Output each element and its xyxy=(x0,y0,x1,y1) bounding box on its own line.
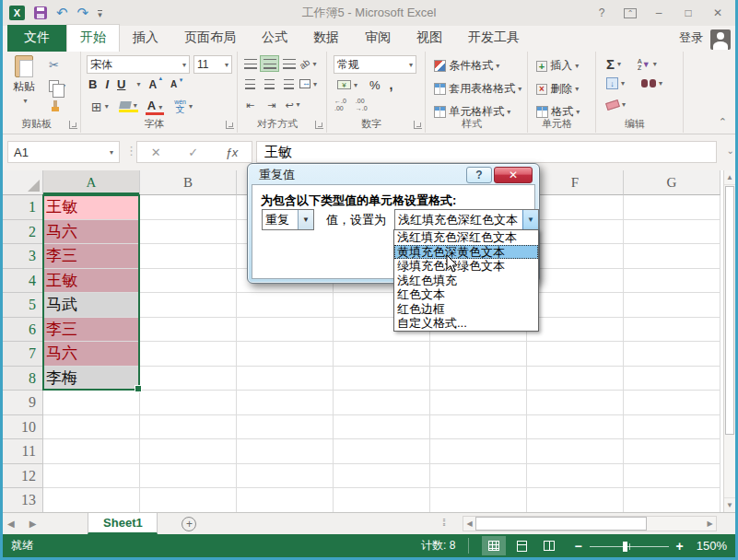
save-icon[interactable] xyxy=(34,6,47,19)
phonetic-button[interactable]: wén文 xyxy=(171,98,195,115)
fill-color-button[interactable] xyxy=(119,101,138,112)
grow-font-button[interactable]: A xyxy=(148,78,162,91)
cell-B7[interactable] xyxy=(140,342,237,367)
cell-G7[interactable] xyxy=(624,342,720,367)
alignment-dialog-launcher-icon[interactable] xyxy=(315,121,323,129)
scroll-up-icon[interactable]: ▲ xyxy=(724,170,735,185)
cell-E13[interactable] xyxy=(430,488,527,512)
tab-视图[interactable]: 视图 xyxy=(404,25,455,52)
cell-G13[interactable] xyxy=(624,488,720,512)
cell-B9[interactable] xyxy=(140,391,237,415)
dropdown-option[interactable]: 浅红填充色深红色文本 xyxy=(394,230,538,245)
cell-F7[interactable] xyxy=(527,342,624,367)
cell-C5[interactable] xyxy=(237,293,334,318)
wrap-text-button[interactable] xyxy=(284,97,301,111)
accounting-format-button[interactable]: ¥ xyxy=(334,79,360,90)
sheet-prev-icon[interactable]: ◀ xyxy=(0,519,22,529)
cell-B12[interactable] xyxy=(140,464,237,489)
cell-E12[interactable] xyxy=(430,464,527,489)
sort-filter-button[interactable]: AZ▼ xyxy=(635,57,660,72)
cell-F3[interactable] xyxy=(527,244,624,269)
find-select-button[interactable] xyxy=(638,78,665,88)
page-break-view-button[interactable] xyxy=(537,536,561,555)
cell-G8[interactable] xyxy=(624,367,720,391)
copy-button[interactable] xyxy=(46,79,68,93)
cell-E10[interactable] xyxy=(430,415,527,440)
number-format-combo[interactable]: 常规 xyxy=(334,55,416,74)
cell-F2[interactable] xyxy=(527,220,624,245)
cell-E8[interactable] xyxy=(430,367,527,391)
cell-B2[interactable] xyxy=(140,220,237,245)
column-header-A[interactable]: A xyxy=(43,170,140,195)
tab-开始[interactable]: 开始 xyxy=(66,24,120,52)
row-header-2[interactable]: 2 xyxy=(3,220,43,245)
tab-插入[interactable]: 插入 xyxy=(120,25,171,52)
cell-E11[interactable] xyxy=(430,439,527,464)
cell-G10[interactable] xyxy=(624,415,720,440)
font-name-combo[interactable]: 宋体 xyxy=(87,55,190,74)
cell-C8[interactable] xyxy=(237,367,334,391)
dropdown-option[interactable]: 绿填充色深绿色文本 xyxy=(394,259,538,274)
cell-C6[interactable] xyxy=(237,318,334,343)
align-top-button[interactable] xyxy=(241,56,259,71)
cell-B8[interactable] xyxy=(140,367,237,391)
cell-F8[interactable] xyxy=(527,367,624,391)
insert-function-icon[interactable]: ƒx xyxy=(226,146,239,159)
row-header-1[interactable]: 1 xyxy=(3,195,43,220)
cancel-entry-icon[interactable]: ✕ xyxy=(151,146,161,159)
cell-B6[interactable] xyxy=(140,318,237,343)
paste-dropdown-icon[interactable] xyxy=(23,97,27,105)
insert-cells-button[interactable]: + 插入 xyxy=(533,57,581,75)
cell-B3[interactable] xyxy=(140,244,237,269)
cell-F12[interactable] xyxy=(527,464,624,489)
vertical-scroll-thumb[interactable] xyxy=(725,186,734,435)
select-all-corner[interactable] xyxy=(3,170,43,195)
align-bottom-button[interactable] xyxy=(280,56,298,71)
cell-G1[interactable] xyxy=(624,195,720,220)
clear-button[interactable] xyxy=(603,99,628,110)
cell-C11[interactable] xyxy=(237,439,334,464)
cell-G4[interactable] xyxy=(624,269,720,294)
cell-F11[interactable] xyxy=(527,439,624,464)
row-header-5[interactable]: 5 xyxy=(3,293,43,318)
dropdown-option[interactable]: 浅红色填充 xyxy=(394,274,538,288)
align-center-button[interactable] xyxy=(261,76,278,91)
dropdown-option[interactable]: 红色边框 xyxy=(394,302,538,317)
cell-E9[interactable] xyxy=(430,391,527,415)
paste-button[interactable]: 粘贴 xyxy=(7,55,41,122)
decrease-decimal-icon[interactable]: .00→.0 xyxy=(356,98,368,111)
scroll-right-icon[interactable]: ▶ xyxy=(704,519,716,528)
cell-D11[interactable] xyxy=(334,439,430,464)
horizontal-scroll-thumb[interactable] xyxy=(475,517,647,531)
dialog-help-button[interactable]: ? xyxy=(466,167,492,183)
cell-G12[interactable] xyxy=(624,464,720,489)
cell-C13[interactable] xyxy=(237,488,334,512)
scroll-down-icon[interactable]: ▼ xyxy=(724,497,735,512)
cell-D13[interactable] xyxy=(334,488,430,512)
cell-D12[interactable] xyxy=(334,464,430,489)
cell-B4[interactable] xyxy=(140,269,237,294)
underline-button[interactable]: U xyxy=(117,77,125,91)
cell-C12[interactable] xyxy=(237,464,334,489)
rule-type-combo[interactable]: 重复 ▼ xyxy=(262,209,314,230)
row-header-10[interactable]: 10 xyxy=(3,415,43,440)
italic-button[interactable]: I xyxy=(105,77,109,91)
cell-C7[interactable] xyxy=(237,342,334,367)
cell-E7[interactable] xyxy=(430,342,527,367)
cell-A9[interactable] xyxy=(43,391,140,415)
percent-style-button[interactable]: % xyxy=(369,78,381,92)
normal-view-button[interactable] xyxy=(482,536,506,555)
cell-F13[interactable] xyxy=(527,488,624,512)
row-header-4[interactable]: 4 xyxy=(3,269,43,294)
zoom-slider-thumb[interactable] xyxy=(623,542,627,552)
cell-G5[interactable] xyxy=(624,293,720,318)
cell-D9[interactable] xyxy=(334,391,430,415)
cell-A3[interactable]: 李三 xyxy=(43,244,140,269)
row-header-12[interactable]: 12 xyxy=(3,464,43,489)
tab-审阅[interactable]: 审阅 xyxy=(352,25,404,52)
dropdown-option[interactable]: 黄填充色深黄色文本 xyxy=(394,245,538,260)
rule-type-dropdown-icon[interactable]: ▼ xyxy=(298,210,313,229)
name-box[interactable]: A1 xyxy=(7,141,120,163)
cell-F4[interactable] xyxy=(527,269,624,294)
decrease-indent-button[interactable] xyxy=(241,97,259,111)
